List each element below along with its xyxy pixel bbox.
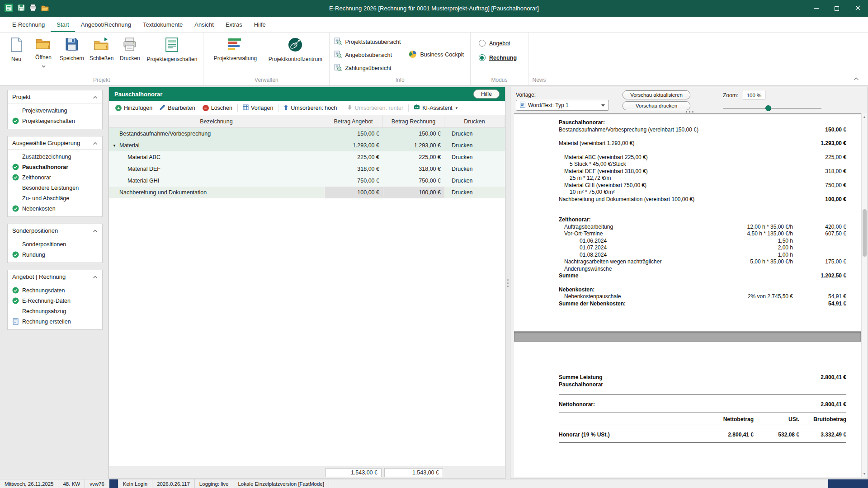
sidebar-group-header[interactable]: Projekt [8, 90, 102, 103]
umsortieren-runter-button: Umsortieren: runter [344, 103, 407, 113]
sidebar-item-rechnungsabzug[interactable]: Rechnungsabzug [8, 306, 102, 316]
hinzufügen-button[interactable]: +Hinzufügen [112, 103, 156, 113]
print-preview-button[interactable]: Vorschau drucken [623, 101, 690, 110]
arrow-down-icon [347, 104, 352, 112]
close-project-button[interactable]: Schließen [87, 33, 116, 62]
table-row-bestandsaufnahme-vorbesprechung[interactable]: Bestandsaufnahme/Vorbesprechung150,00 €1… [109, 128, 505, 140]
sidebar-item-rechnung-erstellen[interactable]: Rechnung erstellen [8, 316, 102, 327]
new-button[interactable]: Neu [3, 33, 30, 63]
menu-item-angebot-rechnung[interactable]: Angebot/Rechnung [75, 18, 137, 32]
menu-item-textdokumente[interactable]: Textdokumente [137, 18, 189, 32]
maximize-button[interactable] [826, 0, 847, 17]
column-header-betrag-rechnung[interactable]: Betrag Rechnung [383, 115, 444, 127]
sidebar-item-rechnungsdaten[interactable]: Rechnungsdaten [8, 285, 102, 296]
properties-document-icon [165, 37, 179, 54]
table-row-material-def[interactable]: Material DEF318,00 €318,00 €Drucken [109, 163, 505, 175]
menu-item-extras[interactable]: Extras [220, 18, 248, 32]
toolbar-separator [408, 104, 409, 112]
menu-item-e-rechnung[interactable]: E-Rechnung [6, 18, 51, 32]
preview-scrollbar[interactable]: ▲ ▼ [861, 113, 867, 477]
ribbon-item-projektstatusübersicht[interactable]: Projektstatusübersicht [332, 37, 402, 47]
umsortieren-hoch-button[interactable]: Umsortieren: hoch [280, 103, 340, 113]
row-drucken[interactable]: Drucken [444, 151, 505, 163]
sidebar-item-projekteigenschaften[interactable]: Projekteigenschaften [8, 116, 102, 126]
refresh-preview-button[interactable]: Vorschau aktualisieren [623, 90, 690, 99]
ribbon-item-angebotsübersicht[interactable]: Angebotsübersicht [332, 50, 402, 60]
scroll-down-icon[interactable]: ▼ [862, 470, 867, 477]
folder-icon[interactable] [41, 5, 49, 13]
open-button[interactable]: Öffnen [30, 33, 57, 70]
expand-arrow-icon[interactable]: ▼ [113, 144, 119, 148]
save-icon[interactable] [18, 4, 25, 13]
vorlage-value: Word/Text: Typ 1 [528, 102, 569, 108]
sidebar-item-zusatzbezeichnung[interactable]: Zusatzbezeichnung [8, 151, 102, 162]
drag-handle-icon[interactable] [689, 111, 690, 113]
zoom-slider[interactable] [723, 105, 821, 111]
preview-line: Vor-Ort-Termine4,50 h * 135,00 €/h607,50… [559, 230, 846, 238]
column-header-betrag-angebot[interactable]: Betrag Angebot [324, 115, 383, 127]
row-drucken[interactable]: Drucken [444, 140, 505, 151]
column-header-drucken[interactable]: Drucken [444, 115, 505, 127]
vorlage-dropdown[interactable]: Word/Text: Typ 1 [516, 100, 609, 111]
bearbeiten-button[interactable]: Bearbeiten [156, 103, 198, 113]
menu-item-ansicht[interactable]: Ansicht [189, 18, 220, 32]
sidebar-item-projektverwaltung[interactable]: Projektverwaltung [8, 105, 102, 116]
sidebar-item-zu-und-abschläge[interactable]: Zu- und Abschläge [8, 193, 102, 203]
menu-item-hilfe[interactable]: Hilfe [248, 18, 272, 32]
sidebar-group-header[interactable]: Angebot | Rechnung [8, 270, 102, 283]
column-header-bezeichnung[interactable]: Bezeichnung [109, 115, 324, 127]
app-logo-icon [5, 4, 13, 14]
scroll-up-icon[interactable]: ▲ [862, 113, 867, 120]
row-drucken[interactable]: Drucken [444, 128, 505, 140]
minimize-button[interactable] [806, 0, 826, 17]
word-template-icon [520, 102, 525, 109]
ribbon-collapse-icon[interactable] [854, 75, 859, 82]
sidebar-item-rundung[interactable]: Rundung [8, 249, 102, 260]
project-control-center-button[interactable]: Projektkontrollzentrum [264, 33, 326, 63]
zoom-slider-track [723, 108, 821, 109]
business-cockpit-button[interactable]: Business-Cockpit [405, 49, 467, 61]
menu-item-start[interactable]: Start [51, 18, 75, 32]
löschen-button[interactable]: −Löschen [199, 103, 236, 113]
row-drucken[interactable]: Drucken [444, 175, 505, 187]
sidebar-item-besondere-leistungen[interactable]: Besondere Leistungen [8, 183, 102, 193]
print-icon[interactable] [29, 4, 37, 13]
modus-option-rechnung[interactable]: Rechnung [479, 54, 517, 61]
row-angebot-value: 225,00 € [324, 151, 383, 163]
save-button[interactable]: Speichern [57, 33, 87, 62]
row-label: Nachbereitung und Dokumentation [119, 189, 207, 196]
panel-splitter[interactable] [505, 87, 510, 479]
scrollbar-thumb[interactable] [863, 209, 867, 257]
check-icon [12, 164, 19, 170]
preview-line: Nebenkosten: [559, 286, 846, 294]
status-user: vvw76 [85, 479, 109, 488]
table-row-material-abc[interactable]: Material ABC225,00 €225,00 €Drucken [109, 151, 505, 163]
project-properties-button[interactable]: Projekteigenschaften [143, 33, 200, 63]
table-row-material-ghi[interactable]: Material GHI750,00 €750,00 €Drucken [109, 175, 505, 187]
vorlagen-button[interactable]: Vorlagen [239, 103, 277, 113]
project-management-button[interactable]: Projektverwaltung [206, 33, 264, 62]
zoom-slider-thumb[interactable] [765, 105, 771, 111]
sidebar-item-sonderpositionen[interactable]: Sonderpositionen [8, 239, 102, 249]
ki-assistent-button[interactable]: KI-Assistent▾ [410, 102, 461, 113]
help-button[interactable]: Hilfe [473, 89, 500, 99]
sidebar-item-e-rechnung-daten[interactable]: E-Rechnung-Daten [8, 296, 102, 306]
table-body: Bestandsaufnahme/Vorbesprechung150,00 €1… [109, 128, 505, 466]
sidebar-group-header[interactable]: Sonderpositionen [8, 224, 102, 237]
ribbon-item-zahlungsübersicht[interactable]: Zahlungsübersicht [332, 63, 402, 73]
modus-option-angebot[interactable]: Angebot [479, 40, 517, 47]
table-row-material[interactable]: ▼Material1.293,00 €1.293,00 €Drucken [109, 140, 505, 151]
sidebar-item-zeithonorar[interactable]: Zeithonorar [8, 172, 102, 183]
row-drucken[interactable]: Drucken [444, 187, 505, 198]
table-row-nachbereitung-und-dokumentation[interactable]: Nachbereitung und Dokumentation100,00 €1… [109, 187, 505, 198]
row-drucken[interactable]: Drucken [444, 163, 505, 175]
sidebar-item-nebenkosten[interactable]: Nebenkosten [8, 203, 102, 214]
check-icon [12, 174, 19, 181]
close-button[interactable] [847, 0, 868, 17]
icon-spacer [12, 153, 19, 160]
print-button[interactable]: Drucken [116, 33, 143, 62]
sidebar-item-pauschalhonorar[interactable]: Pauschalhonorar [8, 162, 102, 172]
app-window: { "titlebar": { "title": "E-Rechnung 202… [0, 0, 868, 488]
sidebar-group-header[interactable]: Ausgewählte Gruppierung [8, 136, 102, 150]
chevron-up-icon [93, 140, 98, 146]
